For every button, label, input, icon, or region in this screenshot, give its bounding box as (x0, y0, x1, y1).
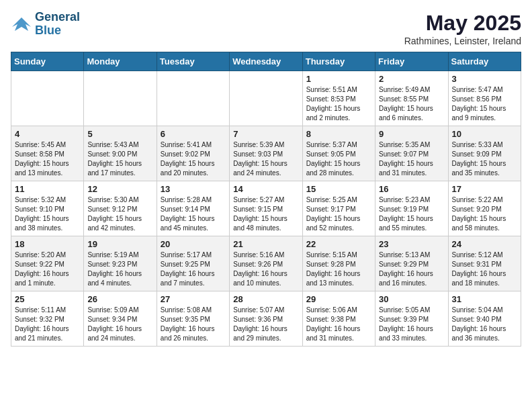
day-info: Sunrise: 5:12 AM Sunset: 9:31 PM Dayligh… (452, 250, 517, 288)
calendar-cell: 26Sunrise: 5:09 AM Sunset: 9:34 PM Dayli… (84, 291, 157, 347)
day-number: 24 (452, 239, 517, 249)
day-info: Sunrise: 5:43 AM Sunset: 9:00 PM Dayligh… (87, 140, 152, 178)
calendar-cell: 12Sunrise: 5:30 AM Sunset: 9:12 PM Dayli… (84, 181, 157, 236)
day-number: 15 (306, 184, 371, 194)
day-number: 31 (452, 294, 517, 304)
day-info: Sunrise: 5:33 AM Sunset: 9:09 PM Dayligh… (452, 140, 517, 178)
calendar-cell: 10Sunrise: 5:33 AM Sunset: 9:09 PM Dayli… (448, 126, 521, 181)
day-info: Sunrise: 5:49 AM Sunset: 8:55 PM Dayligh… (379, 85, 444, 123)
calendar-cell: 17Sunrise: 5:22 AM Sunset: 9:20 PM Dayli… (448, 181, 521, 236)
day-info: Sunrise: 5:20 AM Sunset: 9:22 PM Dayligh… (15, 250, 80, 288)
day-number: 19 (87, 239, 152, 249)
day-number: 23 (379, 239, 444, 249)
calendar-cell: 29Sunrise: 5:06 AM Sunset: 9:38 PM Dayli… (302, 291, 375, 347)
day-info: Sunrise: 5:11 AM Sunset: 9:32 PM Dayligh… (15, 306, 80, 343)
weekday-header-sunday: Sunday (11, 52, 84, 71)
day-info: Sunrise: 5:05 AM Sunset: 9:39 PM Dayligh… (379, 306, 444, 343)
weekday-header-saturday: Saturday (448, 52, 521, 71)
month-title: May 2025 (404, 11, 521, 36)
calendar-cell: 25Sunrise: 5:11 AM Sunset: 9:32 PM Dayli… (11, 291, 84, 347)
day-number: 1 (306, 74, 371, 84)
calendar-cell: 31Sunrise: 5:04 AM Sunset: 9:40 PM Dayli… (448, 291, 521, 347)
day-info: Sunrise: 5:37 AM Sunset: 9:05 PM Dayligh… (306, 140, 371, 178)
calendar-week-row: 25Sunrise: 5:11 AM Sunset: 9:32 PM Dayli… (11, 291, 521, 347)
logo: General Blue (11, 11, 80, 38)
day-number: 10 (452, 129, 517, 139)
calendar-cell: 20Sunrise: 5:17 AM Sunset: 9:25 PM Dayli… (157, 236, 229, 291)
day-info: Sunrise: 5:04 AM Sunset: 9:40 PM Dayligh… (452, 306, 517, 343)
calendar-cell: 1Sunrise: 5:51 AM Sunset: 8:53 PM Daylig… (302, 71, 375, 126)
calendar-cell: 23Sunrise: 5:13 AM Sunset: 9:29 PM Dayli… (375, 236, 448, 291)
calendar-cell: 18Sunrise: 5:20 AM Sunset: 9:22 PM Dayli… (11, 236, 84, 291)
calendar-cell: 30Sunrise: 5:05 AM Sunset: 9:39 PM Dayli… (375, 291, 448, 347)
weekday-header-thursday: Thursday (302, 52, 375, 71)
day-number: 8 (306, 129, 371, 139)
day-number: 25 (15, 294, 80, 304)
day-number: 6 (161, 129, 226, 139)
day-number: 28 (233, 294, 298, 304)
calendar-cell: 11Sunrise: 5:32 AM Sunset: 9:10 PM Dayli… (11, 181, 84, 236)
day-number: 17 (452, 184, 517, 194)
day-info: Sunrise: 5:07 AM Sunset: 9:36 PM Dayligh… (233, 306, 298, 343)
day-number: 11 (15, 184, 80, 194)
calendar-cell: 19Sunrise: 5:19 AM Sunset: 9:23 PM Dayli… (84, 236, 157, 291)
weekday-header-tuesday: Tuesday (157, 52, 229, 71)
day-info: Sunrise: 5:08 AM Sunset: 9:35 PM Dayligh… (161, 306, 226, 343)
calendar-cell: 28Sunrise: 5:07 AM Sunset: 9:36 PM Dayli… (230, 291, 302, 347)
calendar-week-row: 11Sunrise: 5:32 AM Sunset: 9:10 PM Dayli… (11, 181, 521, 236)
calendar-table: SundayMondayTuesdayWednesdayThursdayFrid… (11, 52, 521, 347)
calendar-cell: 5Sunrise: 5:43 AM Sunset: 9:00 PM Daylig… (84, 126, 157, 181)
calendar-cell: 14Sunrise: 5:27 AM Sunset: 9:15 PM Dayli… (230, 181, 302, 236)
day-info: Sunrise: 5:09 AM Sunset: 9:34 PM Dayligh… (87, 306, 152, 343)
calendar-cell: 4Sunrise: 5:45 AM Sunset: 8:58 PM Daylig… (11, 126, 84, 181)
day-number: 27 (161, 294, 226, 304)
day-info: Sunrise: 5:41 AM Sunset: 9:02 PM Dayligh… (161, 140, 226, 178)
weekday-header-wednesday: Wednesday (230, 52, 302, 71)
logo-icon (11, 15, 32, 34)
calendar-cell: 24Sunrise: 5:12 AM Sunset: 9:31 PM Dayli… (448, 236, 521, 291)
page-header: General Blue May 2025 Rathmines, Leinste… (11, 11, 521, 46)
day-info: Sunrise: 5:45 AM Sunset: 8:58 PM Dayligh… (15, 140, 80, 178)
day-info: Sunrise: 5:27 AM Sunset: 9:15 PM Dayligh… (233, 195, 298, 233)
day-info: Sunrise: 5:16 AM Sunset: 9:26 PM Dayligh… (233, 250, 298, 288)
location: Rathmines, Leinster, Ireland (404, 36, 521, 46)
day-info: Sunrise: 5:39 AM Sunset: 9:03 PM Dayligh… (233, 140, 298, 178)
day-number: 21 (233, 239, 298, 249)
day-info: Sunrise: 5:22 AM Sunset: 9:20 PM Dayligh… (452, 195, 517, 233)
calendar-cell (230, 71, 302, 126)
weekday-header-monday: Monday (84, 52, 157, 71)
calendar-cell: 27Sunrise: 5:08 AM Sunset: 9:35 PM Dayli… (157, 291, 229, 347)
day-number: 16 (379, 184, 444, 194)
title-block: May 2025 Rathmines, Leinster, Ireland (404, 11, 521, 46)
calendar-cell: 9Sunrise: 5:35 AM Sunset: 9:07 PM Daylig… (375, 126, 448, 181)
day-number: 26 (87, 294, 152, 304)
calendar-cell: 7Sunrise: 5:39 AM Sunset: 9:03 PM Daylig… (230, 126, 302, 181)
calendar-cell: 21Sunrise: 5:16 AM Sunset: 9:26 PM Dayli… (230, 236, 302, 291)
day-info: Sunrise: 5:25 AM Sunset: 9:17 PM Dayligh… (306, 195, 371, 233)
calendar-cell: 6Sunrise: 5:41 AM Sunset: 9:02 PM Daylig… (157, 126, 229, 181)
calendar-cell: 13Sunrise: 5:28 AM Sunset: 9:14 PM Dayli… (157, 181, 229, 236)
svg-marker-0 (12, 17, 31, 31)
day-number: 18 (15, 239, 80, 249)
day-info: Sunrise: 5:13 AM Sunset: 9:29 PM Dayligh… (379, 250, 444, 288)
day-info: Sunrise: 5:17 AM Sunset: 9:25 PM Dayligh… (161, 250, 226, 288)
day-info: Sunrise: 5:30 AM Sunset: 9:12 PM Dayligh… (87, 195, 152, 233)
calendar-cell: 22Sunrise: 5:15 AM Sunset: 9:28 PM Dayli… (302, 236, 375, 291)
weekday-header-friday: Friday (375, 52, 448, 71)
calendar-cell: 8Sunrise: 5:37 AM Sunset: 9:05 PM Daylig… (302, 126, 375, 181)
day-info: Sunrise: 5:32 AM Sunset: 9:10 PM Dayligh… (15, 195, 80, 233)
weekday-header-row: SundayMondayTuesdayWednesdayThursdayFrid… (11, 52, 521, 71)
calendar-week-row: 1Sunrise: 5:51 AM Sunset: 8:53 PM Daylig… (11, 71, 521, 126)
day-info: Sunrise: 5:19 AM Sunset: 9:23 PM Dayligh… (87, 250, 152, 288)
day-number: 9 (379, 129, 444, 139)
day-number: 4 (15, 129, 80, 139)
day-info: Sunrise: 5:15 AM Sunset: 9:28 PM Dayligh… (306, 250, 371, 288)
calendar-cell: 15Sunrise: 5:25 AM Sunset: 9:17 PM Dayli… (302, 181, 375, 236)
day-number: 29 (306, 294, 371, 304)
day-info: Sunrise: 5:51 AM Sunset: 8:53 PM Dayligh… (306, 85, 371, 123)
day-info: Sunrise: 5:28 AM Sunset: 9:14 PM Dayligh… (161, 195, 226, 233)
calendar-cell (157, 71, 229, 126)
day-number: 7 (233, 129, 298, 139)
calendar-cell: 3Sunrise: 5:47 AM Sunset: 8:56 PM Daylig… (448, 71, 521, 126)
day-info: Sunrise: 5:23 AM Sunset: 9:19 PM Dayligh… (379, 195, 444, 233)
